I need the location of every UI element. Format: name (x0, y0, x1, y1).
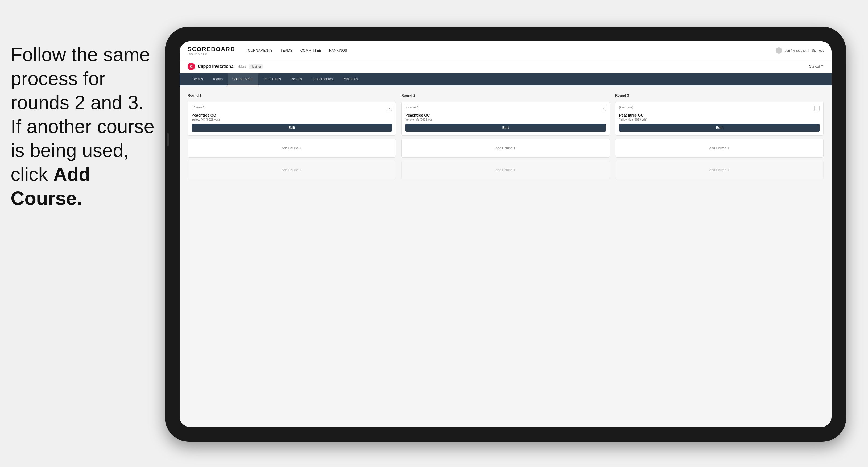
clippd-logo: C (188, 63, 195, 70)
course-details-3: Yellow (M) (6629 yds) (619, 118, 819, 121)
plus-icon-2: + (300, 168, 302, 172)
course-name-3: Peachtree GC (619, 113, 819, 117)
delete-icon-2[interactable]: × (600, 106, 606, 111)
edit-button-3[interactable]: Edit (619, 124, 819, 132)
edit-button-2[interactable]: Edit (405, 124, 606, 132)
round-2-title: Round 2 (401, 93, 610, 97)
card-header-2: (Course A) × (405, 106, 606, 111)
round-1-add-course-active[interactable]: Add Course + (188, 139, 396, 158)
instruction-panel: Follow the same process for rounds 2 and… (0, 42, 170, 210)
delete-icon-3[interactable]: × (814, 106, 819, 111)
add-course-label-3: Add Course (495, 146, 512, 150)
hosting-badge: Hosting (249, 64, 262, 69)
nav-left: SCOREBOARD Powered by clippd TOURNAMENTS… (188, 46, 347, 55)
tablet-frame: SCOREBOARD Powered by clippd TOURNAMENTS… (165, 27, 846, 442)
round-1-course-card: (Course A) × Peachtree GC Yellow (M) (66… (188, 102, 396, 136)
round-3-add-course-disabled: Add Course + (615, 161, 824, 179)
plus-icon: + (300, 146, 302, 150)
tab-bar: Details Teams Course Setup Tee Groups Re… (180, 73, 832, 86)
tab-details[interactable]: Details (188, 73, 208, 86)
top-nav: SCOREBOARD Powered by clippd TOURNAMENTS… (180, 41, 832, 60)
add-course-label-6: Add Course (709, 168, 726, 172)
nav-committee[interactable]: COMMITTEE (301, 49, 321, 53)
round-1-add-course-disabled: Add Course + (188, 161, 396, 179)
round-2-course-card: (Course A) × Peachtree GC Yellow (M) (66… (401, 102, 610, 136)
course-label-3: (Course A) (619, 106, 633, 109)
round-2-column: Round 2 (Course A) × Peachtree GC Yellow… (401, 93, 610, 179)
delete-icon[interactable]: × (386, 106, 392, 111)
round-3-course-card: (Course A) × Peachtree GC Yellow (M) (66… (615, 102, 824, 136)
tab-tee-groups[interactable]: Tee Groups (258, 73, 286, 86)
nav-rankings[interactable]: RANKINGS (329, 49, 347, 53)
nav-teams[interactable]: TEAMS (280, 49, 292, 53)
tab-course-setup[interactable]: Course Setup (227, 73, 258, 86)
course-details: Yellow (M) (6629 yds) (192, 118, 392, 121)
course-label-2: (Course A) (405, 106, 420, 109)
tab-printables[interactable]: Printables (338, 73, 363, 86)
tournament-gender: (Men) (239, 65, 246, 68)
plus-icon-3: + (514, 146, 516, 150)
logo-sub: Powered by clippd (188, 53, 235, 55)
tablet-screen: SCOREBOARD Powered by clippd TOURNAMENTS… (180, 41, 832, 427)
course-name: Peachtree GC (192, 113, 392, 117)
nav-tournaments[interactable]: TOURNAMENTS (246, 49, 273, 53)
add-course-label-2: Add Course (282, 168, 299, 172)
logo-main: SCOREBOARD (188, 46, 235, 53)
rounds-container: Round 1 (Course A) × Peachtree GC Yellow… (188, 93, 824, 179)
separator: | (808, 49, 809, 53)
round-3-title: Round 3 (615, 93, 824, 97)
cancel-button[interactable]: Cancel ✕ (809, 64, 824, 68)
instruction-text: Follow the same process for rounds 2 and… (11, 44, 154, 209)
add-course-label-5: Add Course (709, 146, 726, 150)
round-3-column: Round 3 (Course A) × Peachtree GC Yellow… (615, 93, 824, 179)
nav-links: TOURNAMENTS TEAMS COMMITTEE RANKINGS (246, 49, 347, 53)
round-2-add-course-disabled: Add Course + (401, 161, 610, 179)
round-1-column: Round 1 (Course A) × Peachtree GC Yellow… (188, 93, 396, 179)
edit-button[interactable]: Edit (192, 124, 392, 132)
side-button (167, 133, 169, 146)
plus-icon-5: + (727, 146, 730, 150)
plus-icon-4: + (514, 168, 516, 172)
main-content: Round 1 (Course A) × Peachtree GC Yellow… (180, 86, 832, 427)
sub-header-left: C Clippd Invitational (Men) Hosting (188, 63, 263, 70)
nav-right: blair@clippd.io | Sign out (776, 48, 824, 54)
tab-leaderboards[interactable]: Leaderboards (307, 73, 338, 86)
sign-out-link[interactable]: Sign out (812, 49, 824, 53)
round-2-add-course-active[interactable]: Add Course + (401, 139, 610, 158)
tab-results[interactable]: Results (286, 73, 307, 86)
user-avatar (776, 48, 782, 54)
sub-header: C Clippd Invitational (Men) Hosting Canc… (180, 60, 832, 73)
tournament-name: Clippd Invitational (198, 64, 235, 69)
course-label: (Course A) (192, 106, 206, 109)
course-details-2: Yellow (M) (6629 yds) (405, 118, 606, 121)
plus-icon-6: + (727, 168, 730, 172)
course-name-2: Peachtree GC (405, 113, 606, 117)
scoreboard-logo: SCOREBOARD Powered by clippd (188, 46, 235, 55)
card-header: (Course A) × (192, 106, 392, 111)
card-header-3: (Course A) × (619, 106, 819, 111)
add-course-label-4: Add Course (495, 168, 512, 172)
round-1-title: Round 1 (188, 93, 396, 97)
tab-teams[interactable]: Teams (208, 73, 227, 86)
add-course-label: Add Course (282, 146, 299, 150)
user-email: blair@clippd.io (785, 49, 806, 53)
round-3-add-course-active[interactable]: Add Course + (615, 139, 824, 158)
